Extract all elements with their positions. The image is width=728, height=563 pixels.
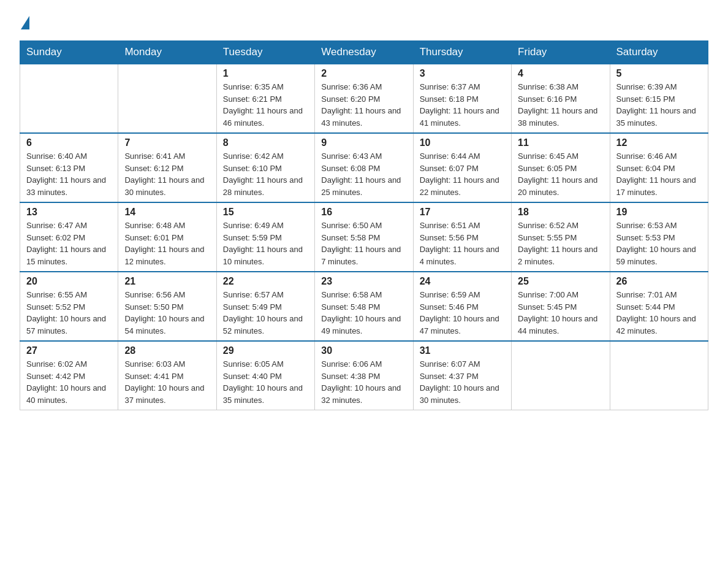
- calendar-cell: 5Sunrise: 6:39 AMSunset: 6:15 PMDaylight…: [610, 64, 708, 133]
- day-info: Sunrise: 6:52 AMSunset: 5:55 PMDaylight:…: [518, 220, 603, 267]
- day-info: Sunrise: 6:05 AMSunset: 4:40 PMDaylight:…: [223, 358, 308, 406]
- day-number: 9: [321, 137, 406, 148]
- day-info: Sunrise: 6:49 AMSunset: 5:59 PMDaylight:…: [223, 220, 308, 267]
- calendar-cell: 18Sunrise: 6:52 AMSunset: 5:55 PMDayligh…: [512, 202, 610, 272]
- calendar-cell: [610, 341, 708, 410]
- calendar-day-header: Saturday: [610, 41, 708, 64]
- day-number: 23: [321, 276, 406, 287]
- day-info: Sunrise: 6:02 AMSunset: 4:42 PMDaylight:…: [26, 358, 112, 406]
- day-info: Sunrise: 6:44 AMSunset: 6:07 PMDaylight:…: [420, 150, 505, 198]
- day-info: Sunrise: 6:58 AMSunset: 5:48 PMDaylight:…: [321, 289, 406, 337]
- calendar-cell: 30Sunrise: 6:06 AMSunset: 4:38 PMDayligh…: [315, 341, 413, 410]
- day-number: 18: [518, 207, 603, 218]
- day-info: Sunrise: 6:46 AMSunset: 6:04 PMDaylight:…: [616, 150, 702, 198]
- day-info: Sunrise: 6:47 AMSunset: 6:02 PMDaylight:…: [26, 220, 112, 267]
- calendar-cell: 25Sunrise: 7:00 AMSunset: 5:45 PMDayligh…: [512, 272, 610, 341]
- calendar-table: SundayMondayTuesdayWednesdayThursdayFrid…: [20, 40, 708, 410]
- calendar-cell: 26Sunrise: 7:01 AMSunset: 5:44 PMDayligh…: [610, 272, 708, 341]
- day-number: 24: [420, 276, 505, 287]
- calendar-cell: [118, 64, 216, 133]
- calendar-cell: 10Sunrise: 6:44 AMSunset: 6:07 PMDayligh…: [413, 133, 511, 202]
- day-number: 7: [124, 137, 210, 148]
- day-info: Sunrise: 6:56 AMSunset: 5:50 PMDaylight:…: [124, 289, 210, 337]
- calendar-day-header: Tuesday: [216, 41, 314, 64]
- day-number: 21: [124, 276, 210, 287]
- calendar-cell: 17Sunrise: 6:51 AMSunset: 5:56 PMDayligh…: [413, 202, 511, 272]
- day-info: Sunrise: 6:53 AMSunset: 5:53 PMDaylight:…: [616, 220, 702, 267]
- day-info: Sunrise: 7:01 AMSunset: 5:44 PMDaylight:…: [616, 289, 702, 337]
- day-number: 19: [616, 207, 702, 218]
- calendar-day-header: Thursday: [413, 41, 511, 64]
- day-number: 8: [223, 137, 308, 148]
- calendar-week-row: 13Sunrise: 6:47 AMSunset: 6:02 PMDayligh…: [20, 202, 708, 272]
- day-info: Sunrise: 6:48 AMSunset: 6:01 PMDaylight:…: [124, 220, 210, 267]
- calendar-day-header: Friday: [512, 41, 610, 64]
- day-number: 26: [616, 276, 702, 287]
- calendar-cell: 29Sunrise: 6:05 AMSunset: 4:40 PMDayligh…: [216, 341, 314, 410]
- day-number: 11: [518, 137, 603, 148]
- calendar-week-row: 20Sunrise: 6:55 AMSunset: 5:52 PMDayligh…: [20, 272, 708, 341]
- day-number: 30: [321, 345, 406, 356]
- day-info: Sunrise: 7:00 AMSunset: 5:45 PMDaylight:…: [518, 289, 603, 337]
- day-number: 28: [124, 345, 210, 356]
- calendar-cell: 9Sunrise: 6:43 AMSunset: 6:08 PMDaylight…: [315, 133, 413, 202]
- calendar-cell: 15Sunrise: 6:49 AMSunset: 5:59 PMDayligh…: [216, 202, 314, 272]
- day-number: 4: [518, 68, 603, 79]
- page-header: [20, 15, 708, 29]
- day-number: 31: [420, 345, 505, 356]
- day-number: 3: [420, 68, 505, 79]
- calendar-cell: [20, 64, 118, 133]
- calendar-cell: 16Sunrise: 6:50 AMSunset: 5:58 PMDayligh…: [315, 202, 413, 272]
- calendar-cell: 8Sunrise: 6:42 AMSunset: 6:10 PMDaylight…: [216, 133, 314, 202]
- calendar-week-row: 1Sunrise: 6:35 AMSunset: 6:21 PMDaylight…: [20, 64, 708, 133]
- day-number: 13: [26, 207, 112, 218]
- day-info: Sunrise: 6:43 AMSunset: 6:08 PMDaylight:…: [321, 150, 406, 198]
- calendar-cell: 24Sunrise: 6:59 AMSunset: 5:46 PMDayligh…: [413, 272, 511, 341]
- day-info: Sunrise: 6:39 AMSunset: 6:15 PMDaylight:…: [616, 81, 702, 129]
- calendar-cell: 6Sunrise: 6:40 AMSunset: 6:13 PMDaylight…: [20, 133, 118, 202]
- day-info: Sunrise: 6:41 AMSunset: 6:12 PMDaylight:…: [124, 150, 210, 198]
- day-number: 5: [616, 68, 702, 79]
- day-info: Sunrise: 6:55 AMSunset: 5:52 PMDaylight:…: [26, 289, 112, 337]
- calendar-cell: 14Sunrise: 6:48 AMSunset: 6:01 PMDayligh…: [118, 202, 216, 272]
- calendar-cell: 21Sunrise: 6:56 AMSunset: 5:50 PMDayligh…: [118, 272, 216, 341]
- day-info: Sunrise: 6:03 AMSunset: 4:41 PMDaylight:…: [124, 358, 210, 406]
- day-number: 1: [223, 68, 308, 79]
- day-number: 27: [26, 345, 112, 356]
- calendar-cell: 31Sunrise: 6:07 AMSunset: 4:37 PMDayligh…: [413, 341, 511, 410]
- calendar-cell: [512, 341, 610, 410]
- calendar-day-header: Monday: [118, 41, 216, 64]
- calendar-cell: 3Sunrise: 6:37 AMSunset: 6:18 PMDaylight…: [413, 64, 511, 133]
- calendar-cell: 27Sunrise: 6:02 AMSunset: 4:42 PMDayligh…: [20, 341, 118, 410]
- calendar-day-header: Sunday: [20, 41, 118, 64]
- day-number: 29: [223, 345, 308, 356]
- day-info: Sunrise: 6:51 AMSunset: 5:56 PMDaylight:…: [420, 220, 505, 267]
- calendar-cell: 28Sunrise: 6:03 AMSunset: 4:41 PMDayligh…: [118, 341, 216, 410]
- day-info: Sunrise: 6:57 AMSunset: 5:49 PMDaylight:…: [223, 289, 308, 337]
- day-info: Sunrise: 6:45 AMSunset: 6:05 PMDaylight:…: [518, 150, 603, 198]
- calendar-cell: 12Sunrise: 6:46 AMSunset: 6:04 PMDayligh…: [610, 133, 708, 202]
- logo-triangle-icon: [21, 16, 29, 29]
- day-info: Sunrise: 6:50 AMSunset: 5:58 PMDaylight:…: [321, 220, 406, 267]
- day-number: 25: [518, 276, 603, 287]
- calendar-cell: 19Sunrise: 6:53 AMSunset: 5:53 PMDayligh…: [610, 202, 708, 272]
- day-number: 12: [616, 137, 702, 148]
- calendar-week-row: 6Sunrise: 6:40 AMSunset: 6:13 PMDaylight…: [20, 133, 708, 202]
- calendar-cell: 13Sunrise: 6:47 AMSunset: 6:02 PMDayligh…: [20, 202, 118, 272]
- calendar-cell: 1Sunrise: 6:35 AMSunset: 6:21 PMDaylight…: [216, 64, 314, 133]
- calendar-cell: 7Sunrise: 6:41 AMSunset: 6:12 PMDaylight…: [118, 133, 216, 202]
- day-info: Sunrise: 6:35 AMSunset: 6:21 PMDaylight:…: [223, 81, 308, 129]
- day-number: 10: [420, 137, 505, 148]
- day-info: Sunrise: 6:59 AMSunset: 5:46 PMDaylight:…: [420, 289, 505, 337]
- calendar-header-row: SundayMondayTuesdayWednesdayThursdayFrid…: [20, 41, 708, 64]
- calendar-cell: 4Sunrise: 6:38 AMSunset: 6:16 PMDaylight…: [512, 64, 610, 133]
- day-info: Sunrise: 6:07 AMSunset: 4:37 PMDaylight:…: [420, 358, 505, 406]
- day-info: Sunrise: 6:36 AMSunset: 6:20 PMDaylight:…: [321, 81, 406, 129]
- calendar-day-header: Wednesday: [315, 41, 413, 64]
- calendar-cell: 2Sunrise: 6:36 AMSunset: 6:20 PMDaylight…: [315, 64, 413, 133]
- day-number: 14: [124, 207, 210, 218]
- day-info: Sunrise: 6:42 AMSunset: 6:10 PMDaylight:…: [223, 150, 308, 198]
- calendar-cell: 11Sunrise: 6:45 AMSunset: 6:05 PMDayligh…: [512, 133, 610, 202]
- day-number: 20: [26, 276, 112, 287]
- day-number: 6: [26, 137, 112, 148]
